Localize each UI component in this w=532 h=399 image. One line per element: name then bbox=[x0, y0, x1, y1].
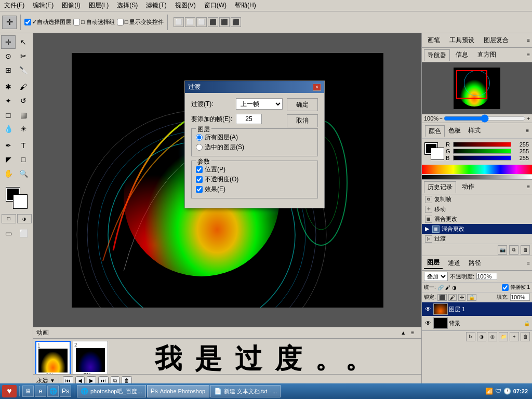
auto-select-group-checkbox[interactable]: □ 自动选择组 bbox=[73, 18, 115, 26]
menu-select[interactable]: 选择(S) bbox=[115, 0, 140, 11]
menu-image[interactable]: 图像(I) bbox=[60, 0, 82, 11]
tray-clock-icon[interactable]: 🕐 bbox=[503, 388, 511, 395]
navigator-collapse[interactable]: ≡ bbox=[527, 52, 530, 58]
history-item-copy-frame[interactable]: ⧉ 复制帧 bbox=[422, 194, 532, 204]
tab-channels[interactable]: 通道 bbox=[445, 258, 463, 269]
mask-icon[interactable]: ◑ bbox=[452, 285, 457, 290]
paint-icon[interactable]: 🖌 bbox=[445, 285, 450, 290]
layer-item-bg[interactable]: 👁 背景 🔒 bbox=[422, 316, 532, 330]
tray-security-icon[interactable]: 🛡 bbox=[495, 388, 501, 395]
anim-frame-2[interactable]: 2 0秒 ▼ bbox=[73, 341, 108, 374]
show-transform-checkbox[interactable]: □ 显示变换控件 bbox=[117, 18, 164, 26]
right-top-collapse[interactable]: ≡ bbox=[527, 37, 530, 43]
select-tool[interactable]: ✛ bbox=[1, 35, 16, 49]
new-group-button[interactable]: 📁 bbox=[499, 332, 508, 341]
delete-state-button[interactable]: 🗑 bbox=[521, 245, 530, 255]
tab-color[interactable]: 颜色 bbox=[425, 125, 445, 137]
lock-all-button[interactable]: 🔒 bbox=[467, 294, 476, 301]
pen-tool[interactable]: ✒ bbox=[1, 139, 16, 152]
standard-screen[interactable]: ▭ bbox=[1, 227, 16, 240]
selected-layers-radio[interactable] bbox=[196, 144, 203, 151]
bg-layer-visibility[interactable]: 👁 bbox=[424, 319, 432, 327]
add-layer-style-button[interactable]: fx bbox=[466, 332, 475, 341]
magic-select-tool[interactable]: ✂ bbox=[16, 49, 31, 63]
delete-layer-button[interactable]: 🗑 bbox=[521, 332, 530, 341]
blend-mode-select[interactable]: 叠加 bbox=[424, 272, 448, 281]
quick-mask-mode[interactable]: ◑ bbox=[17, 214, 32, 223]
path-select-tool[interactable]: ◤ bbox=[1, 153, 16, 166]
menu-filter[interactable]: 滤镜(T) bbox=[144, 0, 168, 11]
tab-paths[interactable]: 路径 bbox=[466, 258, 484, 269]
layers-collapse[interactable]: ≡ bbox=[527, 260, 530, 266]
tab-tool-preset[interactable]: 工具预设 bbox=[446, 34, 478, 46]
fill-input[interactable] bbox=[510, 294, 530, 301]
background-color[interactable] bbox=[14, 195, 27, 208]
menu-view[interactable]: 视图(V) bbox=[173, 0, 198, 11]
new-fill-layer-button[interactable]: ◎ bbox=[488, 332, 497, 341]
dialog-title-bar[interactable]: 过渡 × bbox=[185, 81, 324, 93]
new-snapshot-button[interactable]: 📷 bbox=[498, 245, 507, 255]
color-brightness-strip[interactable] bbox=[422, 175, 532, 179]
move-tool-icon[interactable]: ✛ bbox=[2, 16, 17, 29]
anim-frame-1[interactable]: 1 0秒 ▼ bbox=[35, 341, 71, 374]
opacity-checkbox[interactable] bbox=[196, 176, 203, 183]
taskbar-app-notepad[interactable]: 📄 新建 文本文档.txt - ... bbox=[210, 385, 281, 397]
healing-tool[interactable]: ✱ bbox=[1, 80, 16, 94]
tab-brush[interactable]: 画笔 bbox=[424, 34, 444, 46]
slice-tool[interactable]: 🔪 bbox=[16, 63, 31, 77]
color-collapse[interactable]: ≡ bbox=[526, 128, 529, 134]
hand-tool[interactable]: ✋ bbox=[1, 167, 16, 180]
anim-panel-collapse[interactable]: ▲ bbox=[401, 330, 406, 336]
zoom-slider[interactable] bbox=[444, 116, 526, 121]
propagate-checkbox[interactable] bbox=[502, 284, 509, 291]
tab-style[interactable]: 样式 bbox=[464, 125, 484, 137]
lock-edit-button[interactable]: 🖌 bbox=[448, 294, 457, 301]
lock-move-button[interactable]: ✛ bbox=[458, 294, 466, 301]
history-item-transition[interactable]: ▷ 过渡 bbox=[422, 234, 532, 244]
full-screen[interactable]: ⬜ bbox=[16, 227, 31, 240]
red-slider-bar[interactable] bbox=[453, 142, 511, 147]
green-slider-bar[interactable] bbox=[453, 149, 511, 154]
start-button[interactable]: ♥ bbox=[2, 385, 17, 397]
tab-layers[interactable]: 图层 bbox=[424, 257, 443, 269]
fg-bg-colors[interactable] bbox=[6, 188, 27, 208]
history-item-blend-1[interactable]: ▦ 混合更改 bbox=[422, 214, 532, 224]
history-collapse[interactable]: ≡ bbox=[527, 184, 530, 190]
lasso-tool[interactable]: ⊙ bbox=[1, 49, 16, 63]
link-icon[interactable]: 🔗 bbox=[437, 285, 444, 290]
menu-window[interactable]: 窗口(W) bbox=[202, 0, 229, 11]
new-layer-button[interactable]: + bbox=[510, 332, 519, 341]
tab-layer-comp[interactable]: 图层复合 bbox=[480, 34, 512, 46]
shape-tool[interactable]: □ bbox=[16, 153, 31, 166]
history-item-move[interactable]: ✛ 移动 bbox=[422, 204, 532, 214]
ie-button[interactable]: e bbox=[35, 385, 46, 397]
menu-layer[interactable]: 图层(L) bbox=[87, 0, 111, 11]
tab-swatch[interactable]: 色板 bbox=[445, 125, 464, 137]
blue-slider-bar[interactable] bbox=[453, 155, 511, 161]
history-brush-tool[interactable]: ↺ bbox=[16, 94, 31, 108]
zoom-in-icon[interactable]: + bbox=[527, 116, 530, 122]
menu-edit[interactable]: 编辑(E) bbox=[31, 0, 56, 11]
history-item-blend-2[interactable]: ▶ ▦ 混合更改 bbox=[422, 224, 532, 234]
ps-quick-button[interactable]: Ps bbox=[60, 385, 71, 397]
transition-select[interactable]: 上一帧 第一帧 下一帧 bbox=[236, 98, 283, 110]
taskbar-app-photoshop[interactable]: Ps Adobe Photoshop bbox=[147, 385, 209, 397]
tab-actions[interactable]: 动作 bbox=[458, 181, 478, 193]
frames-input[interactable] bbox=[236, 114, 262, 124]
lock-px-button[interactable]: ⬛ bbox=[437, 294, 447, 301]
menu-file[interactable]: 文件(F) bbox=[2, 0, 26, 11]
opacity-input[interactable] bbox=[476, 273, 497, 280]
navigator-viewport-box[interactable] bbox=[456, 70, 487, 99]
type-tool[interactable]: T bbox=[16, 139, 31, 152]
layer-item-1[interactable]: 👁 图层 1 bbox=[422, 302, 532, 316]
crop-tool[interactable]: ⊞ bbox=[1, 63, 16, 77]
menu-help[interactable]: 帮助(H) bbox=[233, 0, 258, 11]
ok-button[interactable]: 确定 bbox=[287, 98, 318, 111]
cancel-button[interactable]: 取消 bbox=[287, 114, 318, 127]
dodge-tool[interactable]: ☀ bbox=[16, 122, 31, 136]
tab-histogram[interactable]: 直方图 bbox=[474, 49, 500, 61]
taskbar-app-browser[interactable]: 🌐 photoshop吧_百度... bbox=[77, 385, 146, 397]
all-layers-radio[interactable] bbox=[196, 134, 203, 141]
zoom-out-icon[interactable]: − bbox=[440, 116, 443, 122]
color-spectrum-bar[interactable] bbox=[422, 165, 532, 174]
